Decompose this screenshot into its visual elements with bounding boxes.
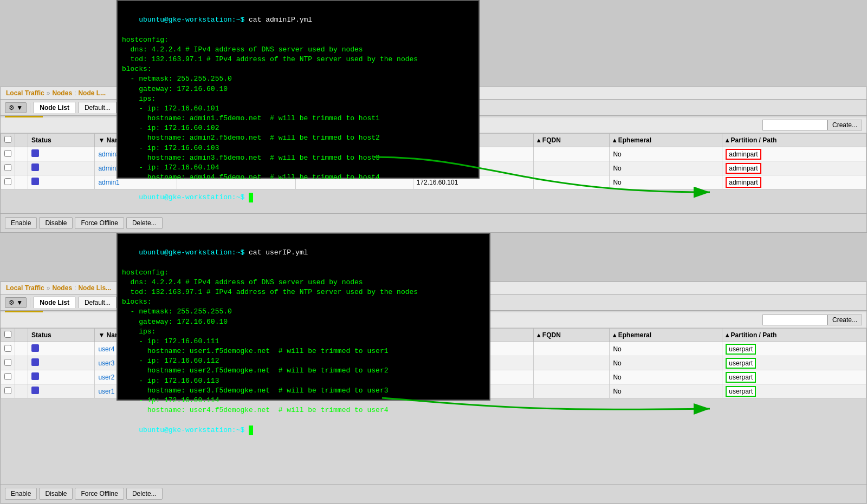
bot-row-cb-1[interactable] [1,356,15,370]
bot-term-prompt: ubuntu@gke-workstation:~$ [122,415,485,445]
select-all-top[interactable] [4,136,11,143]
bot-row-flag-1 [15,356,28,370]
bc-sep4: : [74,284,76,292]
top-row-ephemeral-1: No [610,161,722,175]
top-row-fqdn-0 [534,147,610,161]
bot-term-l3: tod: 132.163.97.1 # IPv4 address of the … [122,287,485,297]
bot-term-l15: hostname: user4.f5demogke.net # will be … [122,405,485,415]
bc-sep2: : [74,89,76,97]
gear-button-top[interactable]: ⚙ ▼ [5,102,27,113]
bot-row-cb-2[interactable] [1,370,15,384]
tab-default-bottom[interactable]: Default... [79,297,117,308]
status-icon-top-1 [31,163,39,171]
top-row-status-1 [28,161,95,175]
top-term-l7: ips: [122,94,474,104]
search-input-bottom[interactable] [762,315,827,325]
status-icon-bot-2 [31,372,39,380]
bc-nodes-b[interactable]: Nodes [52,284,72,292]
top-term-l6: gateway: 172.16.60.10 [122,84,474,94]
th-status-bottom[interactable]: Status [28,329,95,342]
partition-badge-bot-3: userpart [726,386,756,397]
enable-btn-bottom[interactable]: Enable [5,488,37,500]
bot-row-flag-0 [15,342,28,356]
bot-row-ephemeral-3: No [610,384,722,398]
top-row-ephemeral-2: No [610,175,722,189]
th-partition-top[interactable]: ▴ Partition / Path [722,134,866,147]
search-input-top[interactable] [762,120,827,130]
bot-term-l14: - ip: 172.16.60.114 [122,396,485,405]
bc-sep3: » [47,284,50,292]
bot-term-l9: hostname: user1.f5demogke.net # will be … [122,346,485,356]
top-row-partition-1: adminpart [722,161,866,175]
top-row-flag-1 [15,161,28,175]
bot-term-l1: hostconfig: [122,268,485,278]
partition-badge-bot-2: userpart [726,372,756,383]
top-term-l1: hostconfig: [122,35,474,45]
top-row-cb-1[interactable] [1,161,15,175]
top-term-l2: dns: 4.2.2.4 # IPv4 address of DNS serve… [122,45,474,55]
top-term-l15: hostname: admin4.f5demo.net # will be tr… [122,173,474,182]
delete-btn-top[interactable]: Delete... [126,217,163,229]
bot-row-ephemeral-1: No [610,356,722,370]
bot-row-cb-0[interactable] [1,342,15,356]
top-term-l3: tod: 132.163.97.1 # IPv4 address of the … [122,55,474,64]
status-icon-top-2 [31,178,39,185]
th-checkbox-top[interactable] [1,134,15,147]
top-action-bar: Enable Disable Force Offline Delete... [1,213,866,232]
select-all-bottom[interactable] [4,331,11,338]
disable-btn-bottom[interactable]: Disable [39,488,73,500]
bottom-action-bar: Enable Disable Force Offline Delete... [1,484,866,503]
bot-term-l11: hostname: user2.f5demogke.net # will be … [122,366,485,376]
top-row-partition-2: adminpart [722,175,866,189]
force-offline-btn-top[interactable]: Force Offline [75,217,124,229]
bottom-terminal: ubuntu@gke-workstation:~$ cat userIP.yml… [117,233,490,401]
top-row-status-0 [28,147,95,161]
gear-button-bottom[interactable]: ⚙ ▼ [5,297,27,308]
bot-term-l10: - ip: 172.16.60.112 [122,356,485,366]
bot-row-partition-2: userpart [722,370,866,384]
th-fqdn-bottom[interactable]: ▴ FQDN [534,329,610,342]
top-term-l11: hostname: admin2.f5demo.net # will be tr… [122,133,474,143]
bot-row-status-2 [28,370,95,384]
th-ephemeral-bottom[interactable]: ▴ Ephemeral [610,329,722,342]
bot-row-ephemeral-0: No [610,342,722,356]
bot-row-status-1 [28,356,95,370]
bot-row-partition-0: userpart [722,342,866,356]
bot-row-status-3 [28,384,95,398]
th-partition-bottom[interactable]: ▴ Partition / Path [722,329,866,342]
th-status-flag-bottom [15,329,28,342]
separator1 [30,103,30,113]
bc-sep1: » [47,89,50,97]
top-row-fqdn-1 [534,161,610,175]
top-term-l14: - ip: 172.16.60.104 [122,163,474,173]
tab-nodelist-top[interactable]: Node List [34,102,75,113]
bot-term-cmd: ubuntu@gke-workstation:~$ cat userIP.yml [122,238,485,268]
th-ephemeral-top[interactable]: ▴ Ephemeral [610,134,722,147]
top-term-l4: blocks: [122,64,474,74]
force-offline-btn-bottom[interactable]: Force Offline [75,488,124,500]
enable-btn-top[interactable]: Enable [5,217,37,229]
tab-default-top[interactable]: Default... [79,102,117,113]
status-icon-top-0 [31,149,39,157]
bot-term-l2: dns: 4.2.2.4 # IPv4 address of DNS serve… [122,278,485,287]
disable-btn-top[interactable]: Disable [39,217,73,229]
tab-nodelist-bottom[interactable]: Node List [34,297,75,308]
bc-local-traffic-b[interactable]: Local Traffic [6,284,44,292]
top-row-cb-0[interactable] [1,147,15,161]
th-fqdn-top[interactable]: ▴ FQDN [534,134,610,147]
th-checkbox-bottom[interactable] [1,329,15,342]
th-status-top[interactable]: Status [28,134,95,147]
top-row-partition-0: adminpart [722,147,866,161]
bot-row-cb-3[interactable] [1,384,15,398]
bot-row-ephemeral-2: No [610,370,722,384]
delete-btn-bottom[interactable]: Delete... [126,488,163,500]
top-row-flag-0 [15,147,28,161]
top-row-cb-2[interactable] [1,175,15,189]
create-button-top[interactable]: Create... [827,120,862,130]
bc-nodes[interactable]: Nodes [52,89,72,97]
top-term-l5: - netmask: 255.255.255.0 [122,74,474,84]
bc-local-traffic[interactable]: Local Traffic [6,89,44,97]
create-button-bottom[interactable]: Create... [827,315,862,325]
bot-row-flag-3 [15,384,28,398]
separator2 [30,298,30,307]
